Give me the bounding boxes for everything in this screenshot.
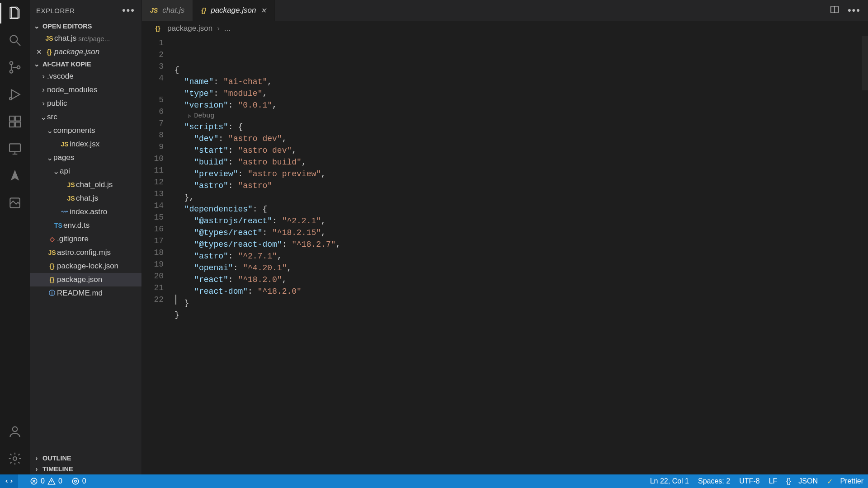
code-editor[interactable]: 12345678910111213141516171819202122 { "n… bbox=[142, 36, 868, 474]
code-line[interactable]: { bbox=[175, 64, 868, 76]
codelens-label: Debug bbox=[194, 111, 214, 121]
code-line[interactable]: "react": "^18.2.0", bbox=[175, 274, 868, 286]
line-number-gutter: 12345678910111213141516171819202122 bbox=[142, 36, 175, 474]
code-line[interactable]: "start": "astro dev", bbox=[175, 145, 868, 156]
folder-item[interactable]: ›node_modules bbox=[30, 83, 142, 97]
activity-source-control-icon[interactable] bbox=[7, 60, 23, 75]
encoding-status[interactable]: UTF-8 bbox=[739, 477, 760, 485]
problems-status[interactable]: 0 0 bbox=[30, 477, 62, 485]
close-icon[interactable]: ✕ bbox=[33, 48, 44, 56]
code-line[interactable]: "name": "ai-chat", bbox=[175, 76, 868, 88]
file-item[interactable]: JSindex.jsx bbox=[30, 137, 142, 151]
more-actions-icon[interactable]: ••• bbox=[848, 5, 861, 16]
folder-item[interactable]: ›public bbox=[30, 97, 142, 110]
close-icon[interactable]: ✕ bbox=[260, 6, 266, 15]
outline-section[interactable]: › OUTLINE bbox=[30, 453, 142, 464]
minimap-viewport[interactable] bbox=[862, 36, 868, 90]
timeline-section[interactable]: › TIMELINE bbox=[30, 464, 142, 474]
settings-gear-icon[interactable] bbox=[7, 451, 23, 466]
code-line[interactable]: "@types/react-dom": "^18.2.7", bbox=[175, 239, 868, 250]
svg-point-11 bbox=[13, 427, 18, 432]
cursor-position[interactable]: Ln 22, Col 1 bbox=[650, 477, 689, 485]
line-number: 2 bbox=[142, 49, 175, 61]
tree-item-label: src bbox=[47, 113, 57, 122]
folder-item[interactable]: ⌄pages bbox=[30, 151, 142, 164]
folder-item[interactable]: ⌄api bbox=[30, 164, 142, 178]
activity-extra-icon[interactable] bbox=[7, 195, 23, 211]
activity-explorer-icon[interactable] bbox=[7, 5, 23, 21]
language-label: JSON bbox=[798, 477, 818, 485]
file-item[interactable]: {}package-lock.json bbox=[30, 259, 142, 273]
editor-tab[interactable]: {}package.json✕ bbox=[193, 0, 275, 21]
tree-item-label: chat.js bbox=[76, 194, 98, 203]
split-editor-icon[interactable] bbox=[830, 5, 840, 17]
code-line[interactable] bbox=[175, 321, 868, 333]
svg-point-12 bbox=[13, 457, 17, 460]
line-number: 13 bbox=[142, 188, 175, 200]
file-path-hint: src/page... bbox=[78, 35, 110, 42]
open-editor-item[interactable]: ✕{}package.json bbox=[30, 45, 142, 59]
code-line[interactable]: "dependencies": { bbox=[175, 203, 868, 215]
code-line[interactable]: "type": "module", bbox=[175, 88, 868, 99]
folder-item[interactable]: ›.vscode bbox=[30, 70, 142, 83]
code-line[interactable]: "scripts": { bbox=[175, 121, 868, 133]
accounts-icon[interactable] bbox=[7, 424, 23, 439]
text-cursor bbox=[175, 295, 176, 305]
code-line[interactable]: "dev": "astro dev", bbox=[175, 133, 868, 145]
indentation-status[interactable]: Spaces: 2 bbox=[698, 477, 730, 485]
code-line[interactable]: } bbox=[175, 309, 868, 321]
code-line[interactable]: "build": "astro build", bbox=[175, 156, 868, 168]
activity-search-icon[interactable] bbox=[7, 33, 23, 48]
file-type-icon: JS bbox=[47, 249, 57, 256]
code-line[interactable]: "@types/react": "^18.2.15", bbox=[175, 227, 868, 239]
file-item[interactable]: {}package.json bbox=[30, 273, 142, 286]
file-item[interactable]: ⓘREADME.md bbox=[30, 286, 142, 300]
file-item[interactable]: JSastro.config.mjs bbox=[30, 246, 142, 259]
code-line[interactable]: "astro": "astro" bbox=[175, 180, 868, 192]
folder-item[interactable]: ⌄src bbox=[30, 110, 142, 124]
chevron-right-icon: › bbox=[217, 24, 220, 33]
code-line[interactable]: }, bbox=[175, 192, 868, 203]
file-type-icon: JS bbox=[66, 181, 76, 188]
remote-indicator[interactable] bbox=[0, 474, 18, 488]
tree-item-label: index.astro bbox=[70, 207, 107, 216]
code-line[interactable]: "openai": "^4.20.1", bbox=[175, 262, 868, 274]
code-line[interactable]: "@astrojs/react": "^2.2.1", bbox=[175, 215, 868, 227]
outline-label: OUTLINE bbox=[42, 455, 71, 462]
folder-item[interactable]: ⌄components bbox=[30, 124, 142, 137]
code-line[interactable]: "version": "0.0.1", bbox=[175, 99, 868, 111]
language-mode[interactable]: {} JSON bbox=[786, 477, 818, 485]
code-line[interactable]: "react-dom": "^18.2.0" bbox=[175, 286, 868, 297]
ports-status[interactable]: 0 bbox=[71, 477, 86, 485]
breadcrumbs[interactable]: {} package.json › ... bbox=[142, 21, 868, 36]
activity-astro-icon[interactable] bbox=[7, 168, 23, 183]
eol-status[interactable]: LF bbox=[769, 477, 777, 485]
editor-tab[interactable]: JSchat.js bbox=[142, 0, 193, 21]
breadcrumb-tail[interactable]: ... bbox=[224, 24, 231, 33]
breadcrumb-file[interactable]: package.json bbox=[167, 24, 212, 33]
debug-codelens[interactable]: ▷Debug bbox=[175, 111, 868, 121]
file-item[interactable]: JSchat_old.js bbox=[30, 178, 142, 192]
open-editors-section[interactable]: ⌄ OPEN EDITORS bbox=[30, 21, 142, 32]
sidebar-more-icon[interactable]: ••• bbox=[122, 5, 135, 16]
code-line[interactable]: "preview": "astro preview", bbox=[175, 168, 868, 180]
svg-rect-6 bbox=[15, 116, 20, 121]
code-content[interactable]: { "name": "ai-chat", "type": "module", "… bbox=[175, 36, 868, 474]
activity-run-debug-icon[interactable] bbox=[7, 87, 23, 102]
line-number: 8 bbox=[142, 129, 175, 141]
project-section[interactable]: ⌄ AI-CHAT KOPIE bbox=[30, 59, 142, 70]
code-line[interactable]: } bbox=[175, 297, 868, 309]
activity-remote-explorer-icon[interactable] bbox=[7, 141, 23, 156]
activity-extensions-icon[interactable] bbox=[7, 114, 23, 129]
code-line[interactable]: "astro": "^2.7.1", bbox=[175, 250, 868, 262]
file-item[interactable]: JSchat.js bbox=[30, 192, 142, 205]
formatter-status[interactable]: ✓ Prettier bbox=[827, 477, 863, 486]
file-item[interactable]: TSenv.d.ts bbox=[30, 219, 142, 232]
minimap-scrollbar[interactable] bbox=[862, 36, 868, 474]
chevron-icon: › bbox=[40, 85, 47, 94]
file-item[interactable]: 〰index.astro bbox=[30, 205, 142, 219]
file-name: chat.js bbox=[54, 34, 76, 43]
tree-item-label: env.d.ts bbox=[63, 221, 90, 230]
open-editor-item[interactable]: JSchat.jssrc/page... bbox=[30, 32, 142, 45]
file-item[interactable]: ◇.gitignore bbox=[30, 232, 142, 246]
